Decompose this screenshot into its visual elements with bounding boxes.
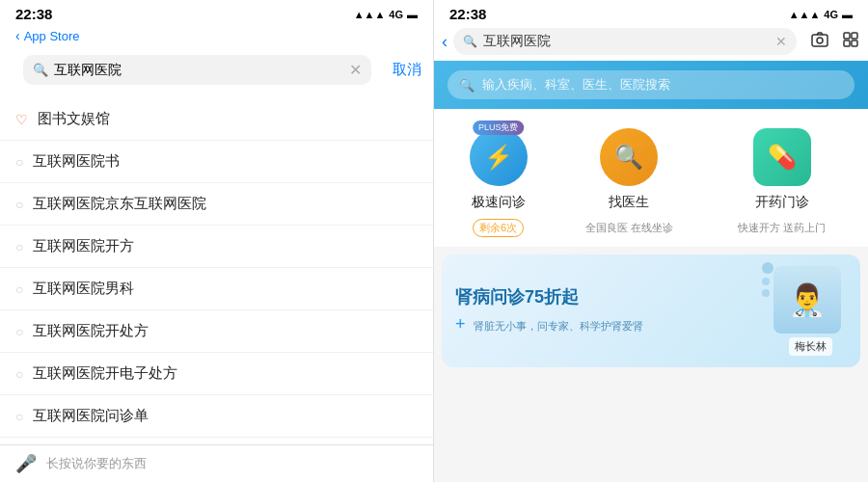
suggestion-text-2: 互联网医院京东互联网医院	[33, 195, 206, 213]
search-prefix-icon-6: ○	[15, 366, 23, 382]
history-icon: ♡	[15, 112, 28, 127]
doctor-avatar: 👨‍⚕️	[773, 266, 841, 334]
right-battery-icon: ▬	[842, 9, 853, 20]
find-doctor-sub: 全国良医 在线坐诊	[579, 219, 680, 237]
network-label: 4G	[389, 9, 403, 20]
banner-placeholder-text: 输入疾病、科室、医生、医院搜索	[482, 76, 670, 94]
fast-consult-sub: 剩余6次	[473, 219, 524, 237]
suggestion-text-4: 互联网医院男科	[33, 280, 134, 298]
fast-consult-icon: ⚡	[484, 144, 513, 171]
prescription-label: 开药门诊	[755, 194, 809, 211]
ad-bottom: + 肾脏无小事，问专家、科学护肾爱肾	[455, 314, 773, 335]
suggestion-item-1[interactable]: ○ 互联网医院书	[0, 141, 433, 183]
left-status-bar: 22:38 ▲▲▲ 4G ▬	[0, 0, 433, 26]
right-network-label: 4G	[824, 9, 838, 20]
svg-rect-2	[844, 33, 850, 39]
suggestion-text-3: 互联网医院开方	[33, 237, 134, 255]
svg-rect-4	[844, 40, 850, 46]
suggestion-text-1: 互联网医院书	[33, 152, 120, 171]
dot-1	[762, 262, 773, 274]
right-time: 22:38	[449, 6, 486, 22]
search-prefix-icon-5: ○	[15, 324, 23, 339]
signal-icon: ▲▲▲	[354, 9, 386, 20]
right-content: 🔍 输入疾病、科室、医生、医院搜索 PLUS免费 ⚡ 极速问诊 剩余6次 🔍 找	[434, 61, 868, 482]
right-status-bar: 22:38 ▲▲▲ 4G ▬	[434, 0, 868, 26]
ad-doctor-area: 👨‍⚕️ 梅长林	[773, 266, 847, 356]
search-prefix-icon-3: ○	[15, 239, 23, 254]
fast-consult-icon-wrap: PLUS免费 ⚡	[470, 128, 528, 186]
left-panel: 22:38 ▲▲▲ 4G ▬ ‹ App Store 🔍 互联网医院 ✕ 取消 …	[0, 0, 434, 482]
svg-rect-3	[852, 33, 857, 39]
quick-actions: PLUS免费 ⚡ 极速问诊 剩余6次 🔍 找医生 全国良医 在线坐诊 💊 开药	[434, 109, 868, 247]
svg-rect-5	[852, 40, 857, 46]
mic-icon[interactable]: 🎤	[15, 453, 37, 474]
suggestion-item-7[interactable]: ○ 互联网医院问诊单	[0, 395, 433, 438]
left-search-bar[interactable]: 🔍 互联网医院 ✕	[23, 55, 371, 85]
right-back-arrow[interactable]: ‹	[442, 32, 448, 52]
find-doctor-icon-wrap: 🔍	[600, 128, 658, 186]
suggestion-text-6: 互联网医院开电子处方	[33, 364, 177, 383]
search-prefix-icon-1: ○	[15, 154, 23, 170]
suggestion-item-2[interactable]: ○ 互联网医院京东互联网医院	[0, 183, 433, 226]
dot-2	[762, 278, 770, 285]
suggestion-text-0: 图书文娱馆	[38, 110, 110, 128]
search-prefix-icon-2: ○	[15, 197, 23, 212]
action-prescription[interactable]: 💊 开药门诊 快速开方 送药上门	[731, 128, 832, 237]
right-search-pill[interactable]: 🔍 互联网医院 ✕	[453, 28, 797, 55]
left-back-nav[interactable]: ‹ App Store	[0, 26, 433, 49]
left-bottom-bar: 🎤 长按说你要的东西	[0, 444, 433, 482]
svg-rect-0	[812, 35, 827, 46]
banner-search-icon: 🔍	[459, 78, 475, 93]
suggestion-text-7: 互联网医院问诊单	[33, 407, 149, 425]
left-back-label: App Store	[24, 29, 80, 43]
left-search-container: 🔍 互联网医院 ✕ 取消	[0, 49, 433, 98]
battery-icon: ▬	[407, 9, 418, 20]
suggestion-item-5[interactable]: ○ 互联网医院开处方	[0, 310, 433, 353]
doctor-name: 梅长林	[789, 337, 832, 356]
suggestion-item-3[interactable]: ○ 互联网医院开方	[0, 226, 433, 268]
right-signal-icon: ▲▲▲	[789, 9, 821, 20]
grid-icon[interactable]	[841, 30, 860, 54]
mic-hint-text: 长按说你要的东西	[46, 455, 147, 472]
search-prefix-icon-7: ○	[15, 409, 23, 424]
suggestion-list: ♡ 图书文娱馆 ○ 互联网医院书 ○ 互联网医院京东互联网医院 ○ 互联网医院开…	[0, 98, 433, 444]
left-search-text[interactable]: 互联网医院	[54, 62, 343, 79]
action-find-doctor[interactable]: 🔍 找医生 全国良医 在线坐诊	[579, 128, 680, 237]
suggestion-item-6[interactable]: ○ 互联网医院开电子处方	[0, 353, 433, 395]
suggestion-item-8[interactable]: ○ 互联网医院	[0, 438, 433, 444]
pill-search-icon: 🔍	[463, 35, 477, 48]
plus-badge: PLUS免费	[473, 120, 525, 135]
prescription-icon-wrap: 💊	[753, 128, 811, 186]
left-back-chevron: ‹	[15, 28, 20, 43]
decorative-dots	[762, 262, 773, 297]
find-doctor-icon: 🔍	[614, 144, 643, 171]
right-action-icons	[810, 30, 860, 54]
find-doctor-label: 找医生	[609, 194, 649, 211]
suggestion-text-5: 互联网医院开处方	[33, 322, 149, 340]
search-banner-inner[interactable]: 🔍 输入疾病、科室、医生、医院搜索	[448, 70, 854, 99]
ad-title: 肾病问诊75折起	[455, 287, 773, 308]
suggestion-item-4[interactable]: ○ 互联网医院男科	[0, 268, 433, 310]
right-panel: 22:38 ▲▲▲ 4G ▬ ‹ 🔍 互联网医院 ✕	[434, 0, 868, 482]
right-back-nav: ‹ 🔍 互联网医院 ✕	[434, 26, 868, 61]
svg-point-1	[817, 38, 823, 43]
pill-close-button[interactable]: ✕	[775, 34, 787, 49]
ad-subtitle: 肾脏无小事，问专家、科学护肾爱肾	[474, 319, 643, 334]
right-status-icons: ▲▲▲ 4G ▬	[789, 9, 853, 20]
dot-3	[762, 289, 770, 297]
action-fast-consult[interactable]: PLUS免费 ⚡ 极速问诊 剩余6次	[470, 128, 528, 237]
prescription-icon: 💊	[768, 144, 797, 171]
fast-consult-label: 极速问诊	[472, 194, 526, 211]
prescription-sub: 快速开方 送药上门	[731, 219, 832, 237]
camera-icon[interactable]	[810, 30, 829, 54]
ad-banner[interactable]: 肾病问诊75折起 + 肾脏无小事，问专家、科学护肾爱肾 👨‍⚕️ 梅长林	[442, 254, 860, 367]
left-clear-button[interactable]: ✕	[349, 61, 362, 79]
search-banner[interactable]: 🔍 输入疾病、科室、医生、医院搜索	[434, 61, 868, 109]
suggestion-item-0[interactable]: ♡ 图书文娱馆	[0, 98, 433, 141]
left-search-icon: 🔍	[33, 63, 48, 77]
left-cancel-button[interactable]: 取消	[393, 61, 421, 79]
search-prefix-icon-4: ○	[15, 281, 23, 297]
ad-left-content: 肾病问诊75折起 + 肾脏无小事，问专家、科学护肾爱肾	[455, 287, 773, 335]
ad-plus-icon: +	[455, 314, 466, 335]
pill-search-text: 互联网医院	[483, 33, 772, 50]
